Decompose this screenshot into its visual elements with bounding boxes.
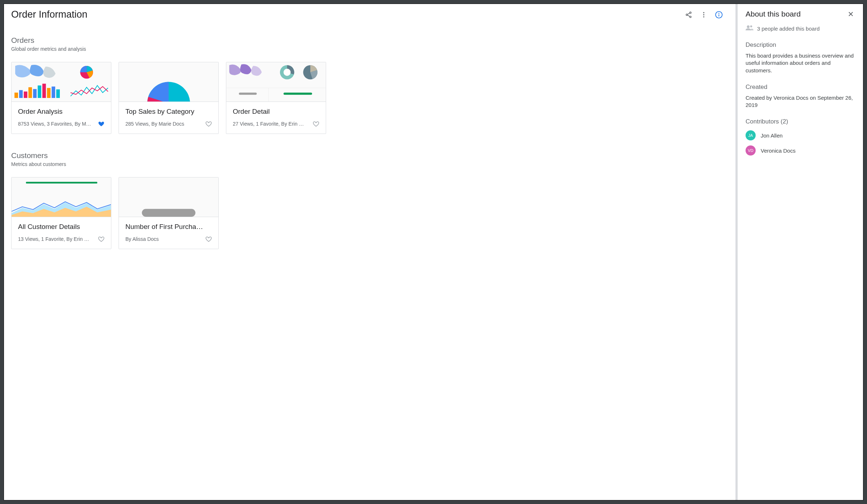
svg-rect-21 bbox=[56, 89, 60, 98]
favorite-icon[interactable] bbox=[313, 121, 319, 127]
card-title: Number of First Purcha… bbox=[125, 223, 212, 231]
card-title: Order Analysis bbox=[18, 108, 105, 116]
card-meta: 285 Views, By Marie Docs bbox=[125, 121, 184, 127]
card-grid-customers: All Customer Details 13 Views, 1 Favorit… bbox=[11, 177, 520, 249]
card-order-detail[interactable]: Order Detail 27 Views, 1 Favorite, By Er… bbox=[226, 62, 326, 134]
section-title-customers: Customers bbox=[11, 151, 520, 160]
section-subtitle-orders: Global order metrics and analysis bbox=[11, 46, 520, 52]
svg-rect-18 bbox=[42, 84, 46, 98]
svg-rect-20 bbox=[52, 86, 55, 98]
card-preview bbox=[119, 177, 218, 217]
svg-rect-27 bbox=[284, 93, 312, 95]
section-title-orders: Orders bbox=[11, 36, 520, 45]
card-meta: 13 Views, 1 Favorite, By Erin … bbox=[18, 236, 89, 242]
svg-rect-30 bbox=[26, 182, 97, 184]
svg-rect-13 bbox=[19, 90, 23, 98]
card-preview bbox=[119, 62, 218, 102]
card-preview bbox=[226, 62, 326, 102]
svg-rect-26 bbox=[239, 93, 257, 95]
favorite-icon[interactable] bbox=[205, 236, 212, 242]
card-top-sales[interactable]: Top Sales by Category 285 Views, By Mari… bbox=[119, 62, 219, 134]
card-preview bbox=[12, 177, 111, 217]
favorite-icon[interactable] bbox=[98, 236, 105, 242]
svg-rect-12 bbox=[14, 93, 18, 98]
section-subtitle-customers: Metrics about customers bbox=[11, 161, 520, 167]
svg-rect-14 bbox=[24, 91, 27, 98]
card-grid-orders: Order Analysis 8753 Views, 3 Favorites, … bbox=[11, 62, 520, 134]
card-preview bbox=[12, 62, 111, 102]
card-first-purchases[interactable]: Number of First Purcha… By Alissa Docs bbox=[119, 177, 219, 249]
card-meta: 27 Views, 1 Favorite, By Erin … bbox=[233, 121, 304, 127]
favorite-icon[interactable] bbox=[98, 121, 105, 127]
card-title: Order Detail bbox=[233, 108, 319, 116]
card-meta: 8753 Views, 3 Favorites, By M… bbox=[18, 121, 91, 127]
svg-rect-33 bbox=[142, 209, 196, 217]
svg-rect-15 bbox=[28, 87, 32, 98]
card-order-analysis[interactable]: Order Analysis 8753 Views, 3 Favorites, … bbox=[11, 62, 111, 134]
card-all-customer-details[interactable]: All Customer Details 13 Views, 1 Favorit… bbox=[11, 177, 111, 249]
svg-point-24 bbox=[284, 69, 291, 76]
svg-rect-19 bbox=[47, 88, 50, 98]
main-panel: Order Information Orders Global order me… bbox=[4, 4, 520, 302]
card-title: All Customer Details bbox=[18, 223, 105, 231]
svg-rect-17 bbox=[38, 85, 41, 98]
card-meta: By Alissa Docs bbox=[125, 236, 159, 242]
card-title: Top Sales by Category bbox=[125, 108, 212, 116]
svg-rect-16 bbox=[33, 89, 37, 98]
favorite-icon[interactable] bbox=[205, 121, 212, 127]
page-title: Order Information bbox=[11, 9, 88, 20]
